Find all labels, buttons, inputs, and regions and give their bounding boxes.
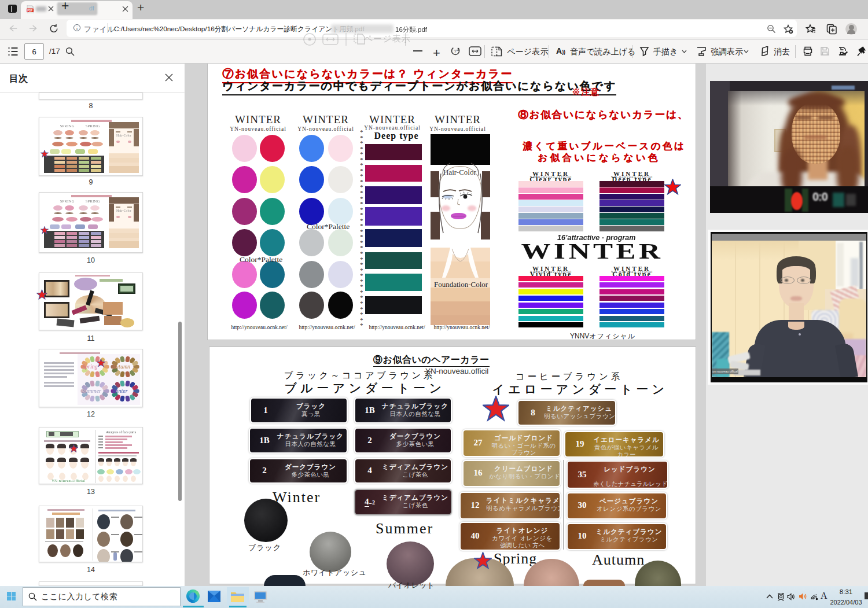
svg-text:?: ?	[454, 49, 457, 54]
svg-text:PDF: PDF	[27, 9, 32, 12]
